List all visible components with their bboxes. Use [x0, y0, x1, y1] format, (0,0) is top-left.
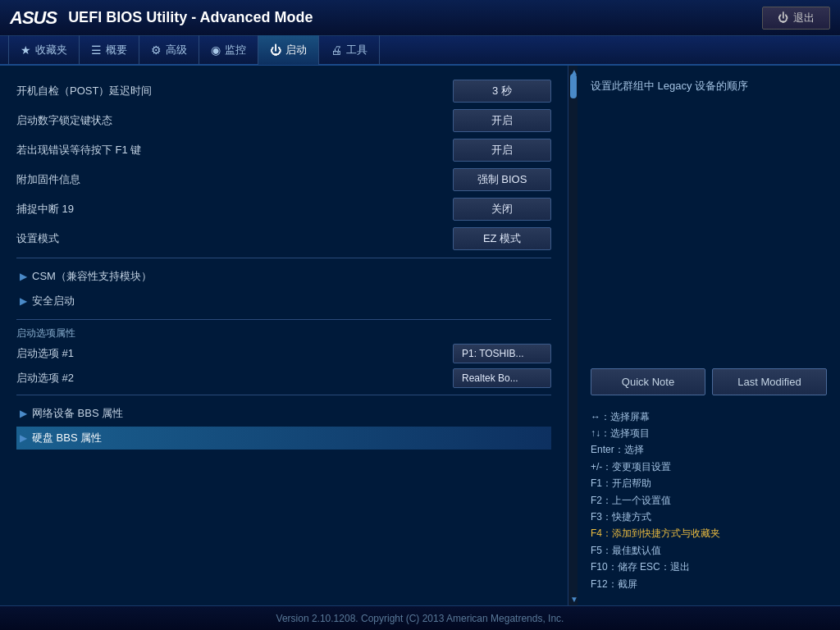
- setting-row-setup-mode: 设置模式 EZ 模式: [16, 226, 551, 251]
- key-desc: ：选择: [614, 444, 644, 455]
- nav-item-overview[interactable]: ☰概要: [80, 35, 139, 65]
- nav-item-advanced[interactable]: ⚙高级: [139, 35, 199, 65]
- nav-item-tools[interactable]: 🖨工具: [319, 35, 380, 65]
- tree-arrow-icon: ▶: [20, 408, 27, 419]
- info-text: 设置此群组中 Legacy 设备的顺序: [591, 79, 827, 352]
- key-label: F5: [591, 545, 602, 556]
- tree-item-secure-boot[interactable]: ▶安全启动: [16, 290, 551, 313]
- key-label: F12: [591, 578, 608, 590]
- main-content: 开机自检（POST）延迟时间 3 秒 启动数字锁定键状态 开启 若出现错误等待按…: [0, 66, 840, 605]
- setting-row-firmware: 附加固件信息 强制 BIOS: [16, 167, 551, 192]
- setting-value-firmware[interactable]: 强制 BIOS: [453, 168, 551, 191]
- setting-row-int19: 捕捉中断 19 关闭: [16, 197, 551, 221]
- setting-value-numlock[interactable]: 开启: [453, 109, 551, 132]
- key-desc: ：选择项目: [600, 427, 650, 439]
- key-label: ↑↓: [591, 427, 600, 439]
- key-help-line: F2：上一个设置值: [591, 492, 827, 509]
- divider1: [16, 258, 551, 258]
- boot-option-value-boot1[interactable]: P1: TOSHIB...: [453, 344, 551, 363]
- scroll-thumb[interactable]: [570, 74, 577, 98]
- nav-icon-favorites: ★: [21, 43, 31, 57]
- key-help: ↔：选择屏幕↑↓：选择项目Enter：选择+/-：变更项目设置F1：开启帮助F2…: [591, 409, 827, 592]
- key-label: F4：添加到快捷方式与收藏夹: [591, 527, 720, 539]
- key-help-line: F1：开启帮助: [591, 475, 827, 491]
- action-buttons-row: Quick Note Last Modified: [591, 368, 827, 395]
- key-label: F1: [591, 477, 602, 489]
- key-label: F3: [591, 511, 602, 523]
- setting-row-post-delay: 开机自检（POST）延迟时间 3 秒: [16, 79, 551, 103]
- setting-label-post-delay: 开机自检（POST）延迟时间: [16, 84, 453, 98]
- header: ASUS UEFI BIOS Utility - Advanced Mode ⏻…: [0, 0, 840, 36]
- setting-label-firmware: 附加固件信息: [16, 172, 453, 187]
- nav-label-boot: 启动: [285, 43, 307, 57]
- boot-option-row-boot1: 启动选项 #1 P1: TOSHIB...: [16, 344, 551, 363]
- nav-icon-monitor: ◉: [211, 43, 221, 57]
- network-item[interactable]: ▶ 网络设备 BBS 属性: [16, 402, 551, 425]
- asus-logo: ASUS: [10, 7, 57, 29]
- setting-value-int19[interactable]: 关闭: [453, 198, 551, 221]
- key-help-line: ↔：选择屏幕: [591, 409, 827, 425]
- left-panel: 开机自检（POST）延迟时间 3 秒 启动数字锁定键状态 开启 若出现错误等待按…: [0, 66, 568, 605]
- quick-note-button[interactable]: Quick Note: [591, 368, 705, 395]
- key-desc: ：变更项目设置: [602, 461, 671, 472]
- nav-item-monitor[interactable]: ◉监控: [199, 35, 258, 65]
- scrollbar[interactable]: ▲ ▼: [568, 66, 578, 605]
- setting-label-numlock: 启动数字锁定键状态: [16, 113, 453, 128]
- exit-button[interactable]: ⏻ 退出: [762, 7, 830, 30]
- divider2: [16, 319, 551, 320]
- nav-label-overview: 概要: [106, 43, 127, 57]
- nav-icon-overview: ☰: [91, 43, 102, 57]
- nav-label-advanced: 高级: [166, 43, 187, 57]
- hdd-label: 硬盘 BBS 属性: [32, 431, 102, 445]
- key-label: Enter: [591, 444, 614, 455]
- key-desc: ：开启帮助: [602, 477, 651, 489]
- nav-item-boot[interactable]: ⏻启动: [258, 35, 319, 65]
- key-help-line: ↑↓：选择项目: [591, 425, 827, 441]
- setting-label-int19: 捕捉中断 19: [16, 202, 453, 217]
- key-desc: ：快捷方式: [602, 511, 651, 523]
- nav-label-tools: 工具: [346, 43, 368, 57]
- navbar: ★收藏夹☰概要⚙高级◉监控⏻启动🖨工具: [0, 36, 840, 66]
- key-desc: ：截屏: [608, 578, 637, 590]
- boot-option-label-boot2: 启动选项 #2: [16, 371, 453, 386]
- key-desc: ：选择屏幕: [600, 411, 650, 422]
- arrow-icon-secure-boot: ▶: [20, 295, 27, 307]
- key-help-line: +/-：变更项目设置: [591, 459, 827, 475]
- key-desc: ：上一个设置值: [602, 495, 671, 506]
- footer: Version 2.10.1208. Copyright (C) 2013 Am…: [0, 605, 840, 630]
- boot-option-value-boot2[interactable]: Realtek Bo...: [453, 368, 551, 388]
- key-label: +/-: [591, 461, 602, 472]
- key-label: ↔: [591, 411, 600, 422]
- last-modified-button[interactable]: Last Modified: [712, 368, 827, 395]
- key-help-line: F10：储存 ESC：退出: [591, 559, 827, 575]
- nav-label-favorites: 收藏夹: [35, 43, 67, 57]
- key-label: F2: [591, 495, 602, 506]
- boot-option-label-boot1: 启动选项 #1: [16, 346, 453, 361]
- key-desc: ：最佳默认值: [602, 545, 661, 556]
- key-desc: ：储存 ESC：退出: [608, 561, 690, 573]
- key-label: F10: [591, 561, 608, 573]
- setting-label-setup-mode: 设置模式: [16, 231, 453, 246]
- hdd-item[interactable]: ▶ 硬盘 BBS 属性: [16, 427, 551, 450]
- key-help-line: F3：快捷方式: [591, 509, 827, 525]
- setting-value-f1-wait[interactable]: 开启: [453, 139, 551, 162]
- network-label: 网络设备 BBS 属性: [32, 406, 123, 421]
- nav-icon-tools: 🖨: [331, 43, 342, 57]
- tree-item-csm[interactable]: ▶CSM（兼容性支持模块）: [16, 265, 551, 288]
- scroll-down-icon[interactable]: ▼: [570, 595, 578, 604]
- arrow-icon-csm: ▶: [20, 271, 27, 282]
- key-help-line: F5：最佳默认值: [591, 542, 827, 559]
- boot-options-section-label: 启动选项属性: [16, 326, 551, 340]
- nav-item-favorites[interactable]: ★收藏夹: [8, 35, 80, 65]
- footer-text: Version 2.10.1208. Copyright (C) 2013 Am…: [276, 613, 564, 624]
- tree-arrow-icon2: ▶: [20, 432, 27, 444]
- setting-value-post-delay[interactable]: 3 秒: [453, 80, 551, 103]
- key-help-line: F4：添加到快捷方式与收藏夹: [591, 525, 827, 541]
- setting-row-f1-wait: 若出现错误等待按下 F1 键 开启: [16, 138, 551, 162]
- key-help-line: Enter：选择: [591, 441, 827, 458]
- tree-label-secure-boot: 安全启动: [32, 294, 75, 308]
- setting-value-setup-mode[interactable]: EZ 模式: [453, 227, 551, 250]
- key-help-line: F12：截屏: [591, 576, 827, 592]
- boot-options-container: 启动选项 #1 P1: TOSHIB... 启动选项 #2 Realtek Bo…: [16, 344, 551, 388]
- divider3: [16, 395, 551, 395]
